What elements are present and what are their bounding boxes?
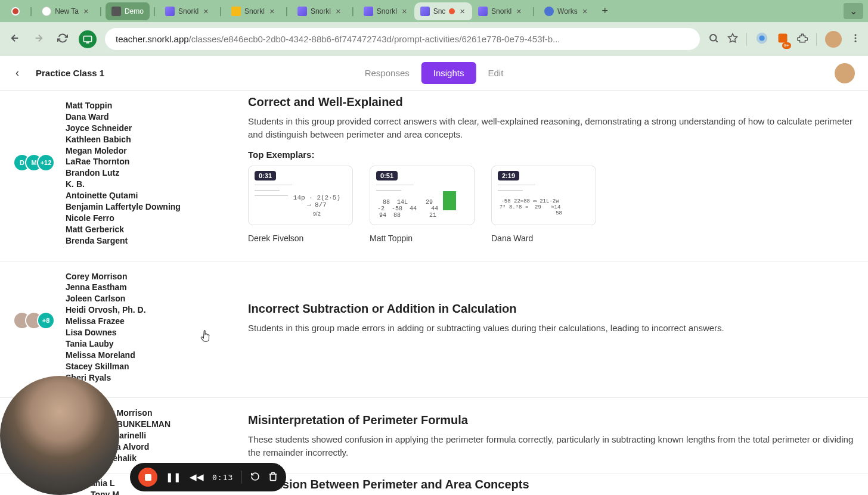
student-name: Tony M	[91, 489, 119, 495]
back-button[interactable]	[7, 30, 23, 48]
insight-title: Confusion Between Perimeter and Area Con…	[248, 478, 855, 491]
insight-title: Correct and Well-Explained	[248, 95, 855, 109]
student-list: Corey Morrison Jenna Eastham Joleen Carl…	[66, 271, 146, 384]
avatar-overflow[interactable]: +8	[37, 312, 55, 329]
student-name: Corey Morrison	[66, 271, 146, 282]
student-name: Stacey Skillman	[66, 361, 146, 372]
student-name: Dana Ward	[66, 111, 181, 123]
browser-tab-7[interactable]: Snorkl ×	[472, 2, 529, 20]
close-icon[interactable]: ×	[581, 6, 589, 16]
close-icon[interactable]: ×	[401, 6, 408, 16]
exemplars-row: 0:31 ——————————————————————— 14p · 2(2·5…	[248, 166, 855, 243]
extensions-icon[interactable]	[797, 33, 808, 46]
tab-responses[interactable]: Responses	[353, 62, 421, 84]
pause-button[interactable]: ❚❚	[166, 472, 181, 482]
screen-share-button[interactable]	[79, 30, 97, 48]
student-name: Matt Toppin	[66, 100, 181, 111]
exemplar-card[interactable]: 0:31 ——————————————————————— 14p · 2(2·5…	[248, 166, 353, 243]
tab-insights[interactable]: Insights	[421, 62, 476, 84]
insight-description: These students showed confusion in apply…	[248, 433, 855, 459]
video-duration: 0:31	[255, 171, 276, 180]
insight-group-misinterpret: Corey Morrison KARA BUNKELMAN Tony Marin…	[0, 398, 868, 474]
video-duration: 0:51	[376, 171, 398, 180]
student-name: Brenda Sargent	[66, 235, 181, 247]
forward-button[interactable]	[31, 30, 46, 48]
close-icon[interactable]: ×	[458, 6, 466, 16]
snorkl-icon	[165, 7, 175, 16]
student-name: Jenna Eastham	[66, 282, 146, 293]
workspace-icon	[544, 7, 554, 16]
svg-point-3	[759, 35, 764, 41]
student-name: Joyce Schneider	[66, 123, 181, 134]
avatar-stack: +8	[13, 271, 55, 384]
browser-tab-6-active[interactable]: Snc ×	[414, 2, 472, 20]
slides-icon	[231, 7, 241, 16]
student-name: LaRae Thornton	[66, 156, 181, 167]
insight-description: Students in this group provided correct …	[248, 115, 855, 141]
insight-description: Students in this group made errors in ad…	[248, 322, 855, 335]
browser-tab-1[interactable]: Demo	[106, 2, 150, 20]
student-name: Melissa Moreland	[66, 350, 146, 361]
extension-icon-1[interactable]	[755, 32, 768, 47]
highlight-box	[443, 191, 456, 210]
browser-tab-4[interactable]: Snorkl ×	[292, 2, 348, 20]
exemplar-card[interactable]: 0:51 ——————————————— 88 14L 29-2 -58 44 …	[370, 166, 475, 243]
student-name: Megan Moledor	[66, 145, 181, 157]
delete-button[interactable]	[268, 472, 278, 483]
svg-point-7	[855, 40, 857, 42]
close-icon[interactable]: ×	[202, 6, 210, 16]
insight-group-correct: D M +12 Matt Toppin Dana Ward Joyce Schn…	[0, 91, 868, 261]
url-host: teacher.snorkl.app	[116, 34, 189, 44]
exemplar-name: Dana Ward	[491, 234, 596, 243]
close-icon[interactable]: ×	[82, 6, 90, 16]
user-avatar[interactable]	[835, 63, 855, 83]
recording-time: 0:13	[212, 473, 233, 482]
tab-edit[interactable]: Edit	[476, 62, 515, 84]
page-title: Practice Class 1	[36, 68, 104, 78]
browser-tab-0[interactable]: New Ta ×	[36, 2, 96, 20]
svg-point-6	[855, 37, 857, 39]
recording-indicator	[5, 7, 26, 15]
stop-recording-button[interactable]	[138, 468, 157, 487]
close-icon[interactable]: ×	[268, 6, 276, 16]
extension-icon-2[interactable]	[777, 32, 789, 46]
exemplar-name: Matt Toppin	[370, 234, 475, 243]
snorkl-icon	[420, 7, 430, 16]
insight-title: Incorrect Subtraction or Addition in Cal…	[248, 302, 855, 316]
address-bar[interactable]: teacher.snorkl.app/classes/e846ecb0-2db0…	[105, 28, 700, 50]
snorkl-icon	[364, 7, 373, 16]
tabs-overflow-button[interactable]: ⌄	[844, 3, 863, 19]
rewind-button[interactable]: ◀◀	[190, 472, 204, 482]
new-tab-button[interactable]: +	[595, 5, 616, 17]
tab-bar: | New Ta × | Demo | Snorkl × | Snorkl × …	[0, 0, 868, 22]
student-name: Brandon Lutz	[66, 167, 181, 179]
browser-tab-8[interactable]: Works ×	[538, 2, 595, 20]
student-name: Matt Gerberick	[66, 224, 181, 235]
url-path: /classes/e846ecb0-2db0-4342-88b6-6f74747…	[189, 34, 560, 44]
restart-button[interactable]	[250, 472, 260, 483]
student-name: Benjamin Laffertyle Downing	[66, 201, 181, 213]
profile-avatar[interactable]	[825, 31, 842, 48]
avatar-overflow[interactable]: +12	[37, 154, 55, 172]
webcam-bubble[interactable]	[0, 376, 119, 495]
reload-button[interactable]	[55, 30, 70, 48]
chrome-icon	[42, 7, 51, 16]
student-name: Nicole Ferro	[66, 213, 181, 224]
snorkl-icon	[478, 7, 488, 16]
exemplar-card[interactable]: 2:19 ——————————————— -58 22=88 ▭ 21L-2w7…	[491, 166, 596, 243]
student-name: Tania Lauby	[66, 338, 146, 350]
student-name: Heidi Orvosh, Ph. D.	[66, 304, 146, 316]
recording-dot-icon	[449, 8, 455, 14]
insights-content[interactable]: D M +12 Matt Toppin Dana Ward Joyce Schn…	[0, 91, 868, 495]
student-name: K. B.	[66, 179, 181, 190]
nav-bar: teacher.snorkl.app/classes/e846ecb0-2db0…	[0, 22, 868, 56]
search-icon[interactable]	[708, 33, 719, 46]
browser-tab-2[interactable]: Snorkl ×	[159, 2, 216, 20]
back-arrow-button[interactable]: ‹	[13, 64, 21, 82]
menu-icon[interactable]	[850, 33, 861, 46]
close-icon[interactable]: ×	[515, 6, 523, 16]
bookmark-icon[interactable]	[727, 33, 738, 46]
browser-tab-3[interactable]: Snorkl ×	[225, 2, 282, 20]
browser-tab-5[interactable]: Snorkl ×	[358, 2, 414, 20]
close-icon[interactable]: ×	[334, 6, 342, 16]
